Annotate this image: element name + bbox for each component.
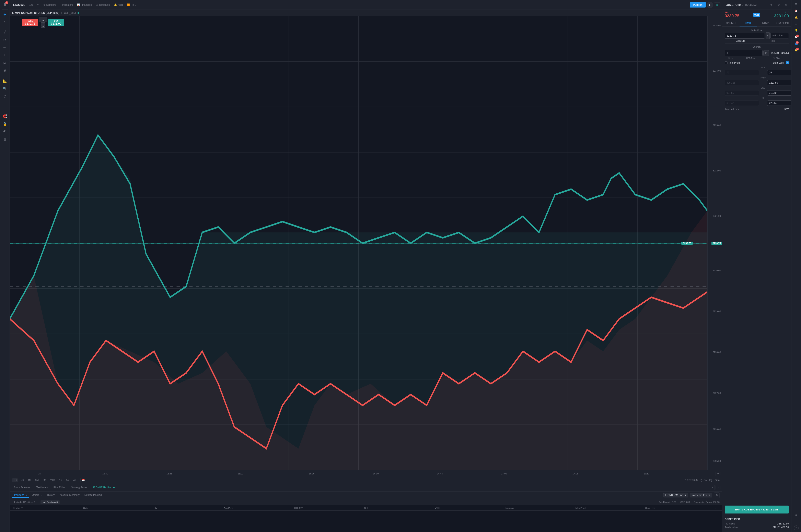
- broker1-dropdown[interactable]: IRONBEAM Live ▼: [663, 493, 688, 497]
- th-upl[interactable]: UPL: [363, 507, 434, 509]
- th-currency[interactable]: Currency: [504, 507, 574, 509]
- sl-checkbox-label[interactable]: ✓: [786, 61, 789, 64]
- back-icon[interactable]: ←: [1, 102, 8, 110]
- time-settings-btn[interactable]: ⚙: [715, 471, 721, 476]
- qty-input[interactable]: [39, 17, 47, 22]
- zoom-icon[interactable]: 🔍: [1, 85, 8, 92]
- period-5d[interactable]: 5D: [19, 478, 25, 482]
- maximize-panel-btn[interactable]: □: [715, 485, 721, 490]
- replay-btn[interactable]: ⏪Re...: [125, 3, 138, 7]
- price-dropdown-btn[interactable]: ▼: [766, 32, 770, 39]
- quantity-input[interactable]: [725, 50, 763, 56]
- eye-icon[interactable]: 👁: [1, 128, 8, 135]
- th-more-btn[interactable]: ⋮: [715, 507, 720, 509]
- settings-icon[interactable]: ⚙: [776, 2, 781, 8]
- tab-pine-editor[interactable]: Pine Editor: [51, 485, 68, 490]
- th-side[interactable]: Side: [83, 507, 153, 509]
- help-icon[interactable]: ?: [794, 526, 799, 530]
- cursor-icon[interactable]: ↖: [1, 19, 8, 26]
- subtab-orders[interactable]: Orders 0: [30, 493, 44, 498]
- compare-btn[interactable]: ⊕Compare: [42, 3, 58, 7]
- ot-market[interactable]: MARKET: [722, 20, 740, 26]
- chart-type-btn[interactable]: 〜: [35, 2, 41, 7]
- period-3m[interactable]: 3M: [34, 478, 40, 482]
- tab-text-notes[interactable]: Text Notes: [34, 485, 50, 490]
- panel-settings-btn[interactable]: ⚙: [714, 492, 720, 498]
- realtime-btn[interactable]: ◉: [714, 2, 721, 7]
- auto-mode-btn[interactable]: auto: [715, 479, 720, 481]
- tif-value[interactable]: DAY: [784, 108, 789, 111]
- notification-icon[interactable]: 🔔 2: [794, 47, 799, 53]
- trash-icon[interactable]: 🗑: [1, 136, 8, 143]
- period-all[interactable]: All: [72, 478, 77, 482]
- sl-usd-input[interactable]: [767, 90, 791, 96]
- sl-pips-input[interactable]: [767, 70, 791, 75]
- patterns-icon[interactable]: ⋈: [1, 59, 8, 67]
- ticks-btn[interactable]: Ticks: [757, 39, 789, 43]
- th-symbol[interactable]: Symbol ▼: [12, 507, 83, 509]
- tp-usd-input[interactable]: [725, 90, 759, 96]
- individual-positions-btn[interactable]: Individual Positions 0: [12, 500, 37, 504]
- th-qty[interactable]: Qty: [153, 507, 223, 509]
- period-6m[interactable]: 6M: [41, 478, 48, 482]
- sl-price-input[interactable]: [767, 80, 791, 86]
- draw-line-icon[interactable]: ╱: [1, 28, 8, 36]
- refresh-icon[interactable]: ↺: [768, 2, 774, 8]
- tp-price-input[interactable]: [725, 80, 759, 86]
- broker2-dropdown[interactable]: Ironbeam Test ▼: [690, 493, 712, 497]
- compare-dates-btn[interactable]: 📅: [80, 478, 86, 482]
- symbol-label[interactable]: ESU2020: [12, 2, 27, 7]
- period-5y[interactable]: 5Y: [65, 478, 70, 482]
- period-ytd[interactable]: YTD: [49, 478, 56, 482]
- subtab-account[interactable]: Account Summary: [58, 493, 81, 498]
- minimize-panel-btn[interactable]: −: [710, 485, 715, 490]
- calculator-icon[interactable]: ⚏: [794, 21, 799, 27]
- sl-pct-input[interactable]: [767, 100, 791, 106]
- th-mvo[interactable]: MVO: [434, 507, 504, 509]
- ruler-icon[interactable]: 📐: [1, 77, 8, 84]
- log-mode-btn[interactable]: log: [709, 479, 712, 481]
- sl-checkbox[interactable]: ✓: [786, 61, 789, 64]
- qty-calc-btn[interactable]: ⊞: [763, 50, 769, 56]
- th-ote-mvo[interactable]: OTE/MVO: [293, 507, 363, 509]
- ot-stoplimit[interactable]: STOP LIMIT: [774, 20, 791, 26]
- clock-icon[interactable]: ⏰: [794, 8, 799, 14]
- percent-mode-btn[interactable]: %: [705, 479, 707, 481]
- tab-stock-screener[interactable]: Stock Screener: [12, 485, 33, 490]
- th-takeprofit[interactable]: Take Profit: [574, 507, 644, 509]
- period-1d[interactable]: 1D: [12, 478, 18, 482]
- subtab-history[interactable]: History: [45, 493, 57, 498]
- tp-checkbox[interactable]: [725, 61, 728, 64]
- crosshair-icon[interactable]: ✛: [1, 11, 8, 18]
- th-avgprice[interactable]: Avg Price: [223, 507, 293, 509]
- indicators-btn[interactable]: ⌇Indicators: [59, 3, 74, 7]
- qty-decrement-btn[interactable]: −: [41, 25, 45, 28]
- lightbulb-icon[interactable]: 💡: [794, 28, 799, 33]
- lock-icon[interactable]: 🔒: [1, 120, 8, 128]
- magnet-icon[interactable]: 🧲: [1, 112, 8, 120]
- tp-pips-input[interactable]: [725, 70, 759, 75]
- th-stoploss[interactable]: Stop Loss: [644, 507, 715, 509]
- fibonacci-icon[interactable]: ⌘: [1, 67, 8, 74]
- tab-strategy-tester[interactable]: Strategy Tester: [69, 485, 90, 490]
- price-input[interactable]: [725, 33, 765, 39]
- close-icon[interactable]: ✕: [783, 2, 789, 8]
- alert-panel-icon[interactable]: 🔔: [794, 15, 799, 20]
- watchlist-icon[interactable]: ☰: [794, 2, 799, 7]
- period-1y[interactable]: 1Y: [58, 478, 63, 482]
- tab-ironbeam-live[interactable]: IRONBEAM Live: [91, 485, 117, 490]
- tp-checkbox-label[interactable]: Take Profit: [725, 61, 740, 64]
- ot-limit[interactable]: LIMIT: [740, 20, 757, 26]
- grid-icon[interactable]: ⋮⋮: [794, 519, 799, 525]
- subtab-notifications[interactable]: Notifications log: [83, 493, 104, 498]
- node-icon[interactable]: ⬡: [1, 93, 8, 100]
- community-icon[interactable]: 👥 44: [794, 41, 799, 46]
- qty-increment-btn[interactable]: +: [41, 22, 45, 25]
- templates-btn[interactable]: ⬡Templates: [94, 3, 111, 7]
- chart-canvas[interactable]: 3230.75: [10, 16, 707, 470]
- scissors-icon[interactable]: ✂: [1, 36, 8, 43]
- financials-btn[interactable]: 📊Financials: [75, 3, 93, 7]
- timeframe-btn[interactable]: 1m: [28, 3, 34, 7]
- period-1m[interactable]: 1M: [27, 478, 33, 482]
- text-icon[interactable]: T: [1, 52, 8, 59]
